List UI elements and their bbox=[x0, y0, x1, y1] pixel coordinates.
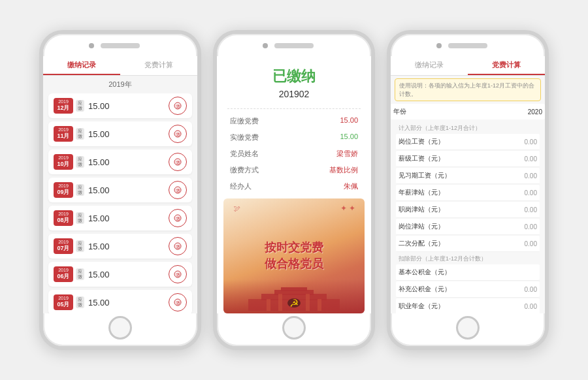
badge-bottom: 缴 bbox=[78, 134, 82, 139]
badge-top: 应 bbox=[78, 241, 82, 246]
calc-value: 0.00 bbox=[511, 172, 537, 180]
receipt-row: 缴费方式 基数比例 bbox=[217, 162, 371, 178]
record-month: 08月 bbox=[57, 216, 69, 225]
calc-row[interactable]: 职业年金（元） 0.00 bbox=[396, 298, 540, 313]
record-year: 2019 bbox=[58, 212, 69, 216]
badge-top: 应 bbox=[78, 185, 82, 190]
record-year: 2019 bbox=[58, 155, 69, 160]
phone-3-screen: 缴纳记录 党费计算 使用说明：各项的输入信为上年度1-12月工资中的合计数。 年… bbox=[391, 56, 545, 313]
record-date: 2019 09月 bbox=[54, 182, 73, 198]
record-month: 05月 bbox=[57, 300, 69, 309]
record-item[interactable]: 2019 06月 应 缴 15.00 缴 bbox=[48, 262, 192, 287]
calc-row[interactable]: 薪级工资（元） 0.00 bbox=[396, 151, 540, 167]
badge-bottom: 缴 bbox=[78, 302, 82, 308]
record-action-button[interactable]: 缴 bbox=[169, 181, 187, 199]
calc-row[interactable]: 岗位工资（元） 0.00 bbox=[396, 134, 540, 150]
record-item[interactable]: 2019 10月 应 缴 15.00 缴 bbox=[48, 150, 192, 174]
calc-row[interactable]: 基本公积金（元） bbox=[396, 264, 540, 281]
record-month: 06月 bbox=[57, 272, 69, 281]
record-year: 2019 bbox=[58, 240, 69, 244]
calc-form: 计入部分（上年度1-12月合计） 岗位工资（元） 0.00 薪级工资（元） 0.… bbox=[391, 122, 545, 313]
record-year: 2019 bbox=[58, 127, 69, 132]
record-amount: 15.00 bbox=[88, 298, 169, 308]
year-header: 2019年 bbox=[43, 76, 197, 93]
calc-row[interactable]: 二次分配（元） 0.00 bbox=[396, 236, 540, 252]
phone-2-home-button[interactable] bbox=[282, 316, 306, 340]
tab-3-fee-calc[interactable]: 党费计算 bbox=[468, 60, 545, 75]
receipt-image-banner: ✦ ✦ 按时交党费 做合格党员 bbox=[223, 198, 365, 313]
receipt-row-value: 梁雪娇 bbox=[336, 149, 358, 159]
receipt-row-label: 应缴党费 bbox=[230, 116, 259, 126]
record-badge: 应 缴 bbox=[76, 100, 84, 112]
tab-fee-calc[interactable]: 党费计算 bbox=[120, 60, 197, 75]
svg-text:缴: 缴 bbox=[176, 272, 180, 277]
record-action-button[interactable]: 缴 bbox=[169, 265, 187, 283]
record-date: 2019 11月 bbox=[54, 126, 73, 142]
badge-top: 应 bbox=[78, 297, 82, 302]
record-item[interactable]: 2019 12月 应 缴 15.00 缴 bbox=[48, 93, 192, 118]
tab-payment-record[interactable]: 缴纳记录 bbox=[43, 60, 120, 75]
record-item[interactable]: 2019 08月 应 缴 15.00 缴 bbox=[48, 206, 192, 230]
receipt-row: 经办人 朱佩 bbox=[217, 178, 371, 195]
phone-3-tabs: 缴纳记录 党费计算 bbox=[391, 56, 545, 76]
receipt-header: 已缴纳 201902 bbox=[217, 56, 371, 104]
record-action-button[interactable]: 缴 bbox=[169, 125, 187, 143]
record-badge: 应 缴 bbox=[76, 156, 84, 168]
calc-row[interactable]: 职岗津站（元） 0.00 bbox=[396, 202, 540, 218]
phone-1-home-button[interactable] bbox=[108, 316, 132, 340]
record-action-button[interactable]: 缴 bbox=[169, 153, 187, 171]
calc-label: 薪级工资（元） bbox=[399, 154, 511, 163]
svg-text:缴: 缴 bbox=[176, 132, 180, 137]
badge-bottom: 缴 bbox=[78, 246, 82, 251]
record-action-button[interactable]: 缴 bbox=[169, 97, 187, 115]
year-row: 年份 2020 bbox=[391, 104, 545, 119]
phone-2: 已缴纳 201902 应缴党费 15.00 实缴党费 15.00 党员姓名 梁雪… bbox=[213, 30, 375, 350]
record-item[interactable]: 2019 07月 应 缴 15.00 缴 bbox=[48, 234, 192, 259]
record-item[interactable]: 2019 05月 应 缴 15.00 缴 bbox=[48, 290, 192, 313]
year-value: 2020 bbox=[516, 108, 542, 116]
svg-text:缴: 缴 bbox=[176, 300, 180, 306]
calc-value: 0.00 bbox=[511, 240, 537, 247]
record-month: 07月 bbox=[57, 244, 69, 253]
receipt-period: 201902 bbox=[222, 89, 366, 99]
record-action-button[interactable]: 缴 bbox=[169, 209, 187, 227]
record-date: 2019 07月 bbox=[54, 238, 73, 254]
calc-value: 0.00 bbox=[511, 155, 537, 163]
record-amount: 15.00 bbox=[88, 129, 169, 139]
calc-label: 见习期工资（元） bbox=[399, 171, 511, 180]
phone-1-camera bbox=[89, 43, 94, 48]
badge-bottom: 缴 bbox=[78, 190, 82, 195]
tab-3-payment-record[interactable]: 缴纳记录 bbox=[391, 60, 468, 75]
calc-value: 0.00 bbox=[511, 303, 537, 310]
calc-value: 0.00 bbox=[511, 286, 537, 293]
calc-row[interactable]: 年薪津站（元） 0.00 bbox=[396, 185, 540, 201]
record-year: 2019 bbox=[58, 296, 69, 300]
calc-label: 职岗津站（元） bbox=[399, 205, 511, 214]
record-date: 2019 12月 bbox=[54, 98, 73, 114]
calc-label: 基本公积金（元） bbox=[399, 268, 511, 277]
calc-value: 0.00 bbox=[511, 206, 537, 214]
record-year: 2019 bbox=[58, 99, 69, 104]
record-action-button[interactable]: 缴 bbox=[169, 293, 187, 311]
record-date: 2019 06月 bbox=[54, 266, 73, 282]
record-action-button[interactable]: 缴 bbox=[169, 237, 187, 255]
phone-3-camera bbox=[436, 43, 442, 48]
phone-3-home-button[interactable] bbox=[456, 316, 480, 340]
calc-label: 补充公积金（元） bbox=[399, 285, 511, 294]
calc-label: 岗位津站（元） bbox=[399, 222, 511, 231]
record-amount: 15.00 bbox=[88, 270, 169, 279]
svg-rect-21 bbox=[281, 287, 307, 291]
slogan-line1: 按时交党费 bbox=[265, 240, 323, 256]
receipt-row: 实缴党费 15.00 bbox=[217, 129, 371, 146]
record-item[interactable]: 2019 11月 应 缴 15.00 缴 bbox=[48, 121, 192, 146]
record-amount: 15.00 bbox=[88, 214, 169, 223]
record-amount: 15.00 bbox=[88, 157, 169, 167]
badge-top: 应 bbox=[78, 129, 82, 134]
calc-row[interactable]: 补充公积金（元） 0.00 bbox=[396, 281, 540, 298]
calc-row[interactable]: 见习期工资（元） 0.00 bbox=[396, 168, 540, 184]
calc-label: 年薪津站（元） bbox=[399, 188, 511, 197]
record-item[interactable]: 2019 09月 应 缴 15.00 缴 bbox=[48, 178, 192, 202]
phone-2-camera bbox=[263, 43, 268, 48]
svg-text:缴: 缴 bbox=[176, 216, 180, 221]
calc-row[interactable]: 岗位津站（元） 0.00 bbox=[396, 219, 540, 235]
